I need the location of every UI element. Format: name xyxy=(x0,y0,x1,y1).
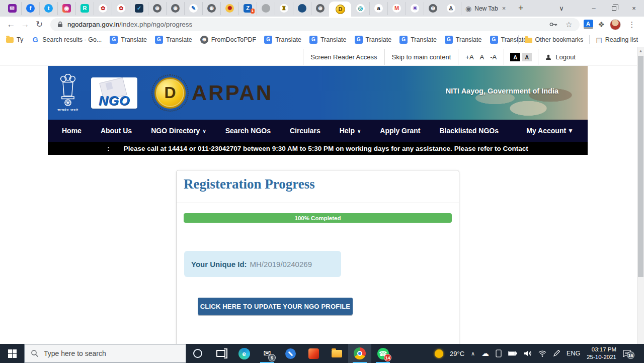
scroll-up-arrow[interactable]: ▲ xyxy=(637,49,644,53)
close-button[interactable]: × xyxy=(624,0,644,17)
extensions-puzzle-icon[interactable]: ❖ xyxy=(598,20,605,29)
reading-list-button[interactable]: ▤ Reading list xyxy=(596,36,638,44)
search-input[interactable] xyxy=(44,349,165,357)
bookmark-search-results[interactable]: G Search results - Go... xyxy=(31,36,102,44)
bookmark-translate[interactable]: G Translate xyxy=(399,36,437,44)
screen-reader-link[interactable]: Screen Reader Access xyxy=(303,49,384,65)
edge-button[interactable]: e xyxy=(232,344,256,363)
font-increase-button[interactable]: +A xyxy=(465,53,473,61)
tab-gmail[interactable]: M xyxy=(387,2,406,15)
skip-to-content-link[interactable]: Skip to main content xyxy=(384,49,458,65)
nav-apply-grant[interactable]: Apply Grant xyxy=(380,127,420,135)
task-view-button[interactable] xyxy=(209,344,232,363)
bookmarks-overflow-icon[interactable]: » xyxy=(508,36,512,44)
scrollbar-thumb[interactable] xyxy=(638,56,643,277)
tab-emblem-red-2[interactable]: ✿ xyxy=(112,2,130,15)
start-button[interactable] xyxy=(0,344,24,363)
nav-help[interactable]: Help ∨ xyxy=(340,127,361,135)
tab-close-icon[interactable]: × xyxy=(502,5,506,12)
cortana-button[interactable] xyxy=(186,344,209,363)
browser-menu-icon[interactable]: ⋮ xyxy=(626,20,638,29)
bookmark-translate[interactable]: G Translate xyxy=(309,36,347,44)
back-button[interactable]: ← xyxy=(4,18,18,32)
tab-circle-logo[interactable]: ◎ xyxy=(351,2,369,15)
reload-button[interactable]: ↻ xyxy=(32,18,46,32)
address-bar[interactable]: ngodarpan.gov.in/index.php/ngo/progress … xyxy=(50,18,580,31)
logout-button[interactable]: Logout xyxy=(538,49,583,65)
nav-search-ngos[interactable]: Search NGOs xyxy=(225,127,271,135)
nav-circulars[interactable]: Circulars xyxy=(290,127,320,135)
new-tab-button[interactable]: + xyxy=(514,2,528,16)
bookmark-star-icon[interactable]: ☆ xyxy=(566,20,572,29)
office-button[interactable] xyxy=(302,344,325,363)
tab-globe-3[interactable]: ⊕ xyxy=(202,2,220,15)
nav-about-us[interactable]: About Us xyxy=(101,127,132,135)
translate-extension-icon[interactable]: A xyxy=(584,20,593,29)
taskbar-search[interactable] xyxy=(24,344,186,363)
tab-search-chevron-icon[interactable]: ∨ xyxy=(551,0,572,17)
minimize-button[interactable]: – xyxy=(584,0,604,17)
bookmark-translate[interactable]: G Translate xyxy=(355,36,392,44)
dark-contrast-button[interactable]: A xyxy=(510,53,520,61)
font-decrease-button[interactable]: -A xyxy=(490,53,497,61)
weather-sun-icon[interactable] xyxy=(435,349,443,358)
whatsapp-button[interactable]: ☎ 14 xyxy=(371,344,394,363)
language-indicator[interactable]: ENG xyxy=(567,350,580,357)
onedrive-cloud-icon[interactable]: ☁ xyxy=(481,349,489,358)
tab-govt[interactable]: ♙ xyxy=(442,2,460,15)
tab-instagram[interactable]: ◉ xyxy=(57,2,75,15)
tab-zoho[interactable]: Z 1 xyxy=(238,2,257,15)
update-ngo-profile-button[interactable]: CLICK HERE TO UPDATE YOUR NGO PROFILE xyxy=(198,298,353,315)
bookmark-translate[interactable]: G Translate xyxy=(155,36,192,44)
temperature-label[interactable]: 29°C xyxy=(450,350,464,357)
tab-globe-1[interactable]: ⊕ xyxy=(148,2,166,15)
mail-button[interactable]: ✉ 5 xyxy=(256,344,279,363)
tray-expand-chevron[interactable]: ∧ xyxy=(471,350,475,357)
tab-pen-logo[interactable]: ✎ xyxy=(184,2,202,15)
tab-crest[interactable]: ♜ xyxy=(275,2,293,15)
action-center-button[interactable]: 16 xyxy=(623,350,631,357)
wifi-icon[interactable] xyxy=(538,350,546,357)
profile-avatar[interactable] xyxy=(610,19,621,30)
battery-icon[interactable] xyxy=(508,351,517,356)
tab-emblem-gold[interactable]: ✺ xyxy=(220,2,238,15)
bookmark-translate[interactable]: G Translate xyxy=(110,36,147,44)
bookmark-translate[interactable]: G Translate xyxy=(264,36,301,44)
phone-link-button[interactable] xyxy=(279,344,302,363)
tab-apple[interactable] xyxy=(257,2,275,15)
nav-home[interactable]: Home xyxy=(62,127,82,135)
tab-facebook[interactable]: f xyxy=(21,2,39,15)
tab-mail-purple[interactable]: ✉ xyxy=(3,2,21,15)
phone-icon[interactable] xyxy=(496,349,502,357)
restore-button[interactable] xyxy=(604,0,624,17)
key-icon[interactable] xyxy=(549,22,557,27)
tab-shield[interactable] xyxy=(293,2,311,15)
tab-ngodarpan[interactable]: D xyxy=(329,2,351,17)
clock[interactable]: 03:17 PM 25-10-2021 xyxy=(587,346,616,361)
tab-emblem-purple[interactable]: ✳ xyxy=(406,2,424,15)
volume-icon[interactable] xyxy=(524,350,532,357)
file-explorer-button[interactable] xyxy=(325,344,348,363)
tab-researchgate[interactable]: R xyxy=(75,2,94,15)
tab-twitter[interactable]: t xyxy=(39,2,57,15)
chrome-button[interactable] xyxy=(348,344,371,363)
tab-globe-5[interactable]: ⊕ xyxy=(424,2,442,15)
forward-button[interactable]: → xyxy=(18,18,32,32)
nav-ngo-directory[interactable]: NGO Directory ∨ xyxy=(151,127,206,135)
other-bookmarks-button[interactable]: Other bookmarks xyxy=(525,36,584,43)
bookmark-translate[interactable]: G Translate xyxy=(445,36,482,44)
tab-check-logo[interactable]: ✓ xyxy=(130,2,148,15)
font-normal-button[interactable]: A xyxy=(480,53,485,61)
tab-globe-2[interactable]: ⊕ xyxy=(166,2,184,15)
bookmark-ty[interactable]: Ty xyxy=(6,36,23,43)
pen-icon[interactable] xyxy=(553,350,560,357)
tab-globe-4[interactable]: ⊕ xyxy=(311,2,329,15)
nav-my-account[interactable]: My Account ▼ xyxy=(526,127,574,135)
light-contrast-button[interactable]: A xyxy=(522,53,532,61)
page-scrollbar[interactable]: ▲ xyxy=(637,47,644,344)
tab-amazon[interactable]: a xyxy=(369,2,387,15)
tab-emblem-red-1[interactable]: ✿ xyxy=(94,2,112,15)
nav-blacklisted-ngos[interactable]: Blacklisted NGOs xyxy=(439,127,499,135)
bookmark-fromdoctopdf[interactable]: ⊕ FromDocToPDF xyxy=(200,36,257,44)
tab-new-tab[interactable]: ◉ New Tab × xyxy=(461,2,510,15)
